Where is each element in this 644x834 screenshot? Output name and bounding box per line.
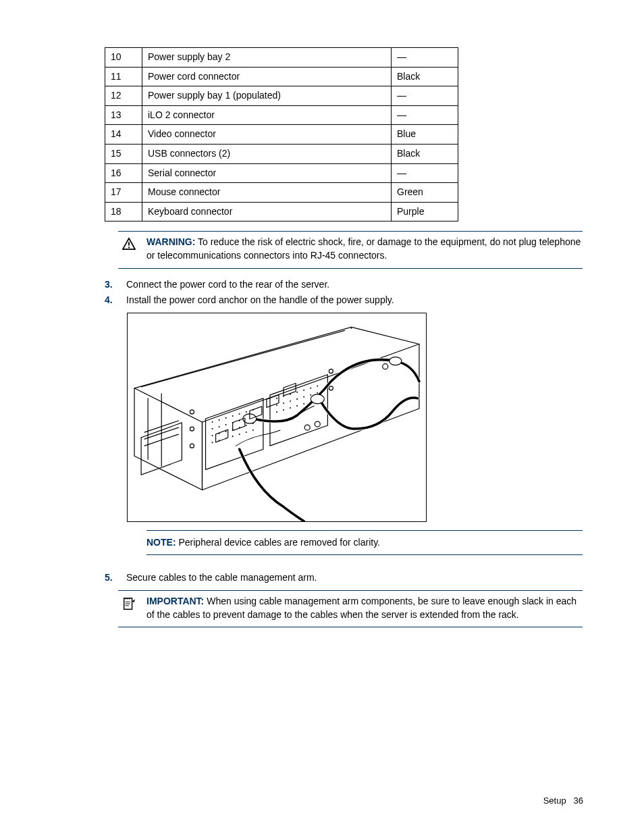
svg-point-70 <box>315 421 320 427</box>
svg-point-37 <box>239 434 240 435</box>
svg-point-14 <box>225 417 227 419</box>
row-color: Black <box>392 144 458 163</box>
step-5: 5. Secure cables to the cable management… <box>105 571 583 585</box>
row-num: 18 <box>105 202 142 221</box>
row-num: 11 <box>105 67 142 86</box>
svg-point-12 <box>212 421 213 423</box>
server-rear-figure <box>127 313 427 522</box>
svg-point-36 <box>232 436 234 437</box>
important-text: When using cable management arm componen… <box>146 596 576 620</box>
connector-table: 10 Power supply bay 2 — 11 Power cord co… <box>105 47 458 221</box>
step-number: 5. <box>105 571 126 585</box>
svg-point-28 <box>225 431 227 432</box>
table-row: 12 Power supply bay 1 (populated) — <box>105 86 458 106</box>
svg-point-43 <box>296 392 298 393</box>
table-row: 10 Power supply bay 2 — <box>105 48 458 68</box>
note-label: NOTE: <box>146 537 176 548</box>
row-num: 15 <box>105 144 142 163</box>
step-3: 3. Connect the power cord to the rear of… <box>105 278 583 292</box>
svg-point-7 <box>190 427 194 431</box>
svg-point-49 <box>290 400 291 402</box>
svg-point-44 <box>303 390 304 391</box>
svg-point-50 <box>296 398 298 400</box>
step-number: 4. <box>105 294 126 307</box>
step-text: Connect the power cord to the rear of th… <box>126 278 583 292</box>
svg-point-10 <box>329 386 333 390</box>
svg-point-9 <box>329 369 333 373</box>
row-desc: Keyboard connector <box>142 202 392 221</box>
row-color: Black <box>392 67 458 86</box>
warning-icon <box>118 236 140 262</box>
row-num: 17 <box>105 183 142 203</box>
table-row: 13 iLO 2 connector — <box>105 105 458 125</box>
svg-point-47 <box>276 405 277 406</box>
svg-point-38 <box>246 432 247 433</box>
svg-point-52 <box>310 394 311 396</box>
row-num: 14 <box>105 125 142 145</box>
table-row: 17 Mouse connector Green <box>105 183 458 203</box>
note-callout: NOTE: Peripheral device cables are remov… <box>146 530 583 556</box>
row-color: Purple <box>392 202 458 221</box>
table-row: 16 Serial connector — <box>105 163 458 183</box>
row-color: — <box>392 163 458 183</box>
row-color: — <box>392 48 458 68</box>
row-num: 10 <box>105 48 142 68</box>
step-text: Secure cables to the cable management ar… <box>126 571 583 585</box>
svg-point-15 <box>232 415 234 417</box>
important-icon <box>118 595 140 621</box>
important-body: IMPORTANT: When using cable management a… <box>140 595 583 621</box>
row-desc: USB connectors (2) <box>142 144 392 163</box>
important-callout: IMPORTANT: When using cable management a… <box>118 590 583 627</box>
warning-body: WARNING: To reduce the risk of electric … <box>140 236 583 262</box>
table-row: 11 Power cord connector Black <box>105 67 458 86</box>
svg-point-26 <box>212 435 213 436</box>
step-number: 3. <box>105 278 126 292</box>
svg-point-13 <box>219 419 220 421</box>
svg-point-69 <box>304 425 310 430</box>
row-desc: iLO 2 connector <box>142 105 392 125</box>
table-row: 18 Keyboard connector Purple <box>105 202 458 221</box>
row-desc: Mouse connector <box>142 183 392 203</box>
svg-point-21 <box>225 424 227 425</box>
row-color: Green <box>392 183 458 203</box>
svg-point-56 <box>290 407 291 409</box>
svg-point-8 <box>190 444 194 448</box>
svg-point-31 <box>246 425 247 426</box>
row-desc: Power cord connector <box>142 67 392 86</box>
note-text: Peripheral device cables are removed for… <box>176 537 380 548</box>
important-label: IMPORTANT: <box>146 596 204 606</box>
svg-point-17 <box>246 411 247 413</box>
svg-point-62 <box>311 394 324 404</box>
svg-point-11 <box>383 363 388 369</box>
svg-point-16 <box>239 413 240 415</box>
step-4: 4. Install the power cord anchor on the … <box>105 294 583 307</box>
step-text: Install the power cord anchor on the han… <box>126 294 583 307</box>
row-desc: Serial connector <box>142 163 392 183</box>
svg-point-20 <box>219 426 220 427</box>
row-desc: Video connector <box>142 125 392 145</box>
row-color: — <box>392 105 458 125</box>
svg-point-40 <box>276 398 277 399</box>
warning-text: To reduce the risk of electric shock, fi… <box>146 236 581 261</box>
table-row: 14 Video connector Blue <box>105 125 458 145</box>
svg-point-53 <box>317 392 318 394</box>
row-color: — <box>392 86 458 106</box>
warning-callout: WARNING: To reduce the risk of electric … <box>118 231 583 268</box>
svg-point-58 <box>303 403 304 405</box>
svg-point-6 <box>190 410 194 414</box>
svg-point-46 <box>317 386 318 387</box>
svg-point-48 <box>283 402 284 404</box>
row-num: 16 <box>105 163 142 183</box>
svg-point-1 <box>128 247 130 249</box>
warning-label: WARNING: <box>146 236 195 247</box>
svg-point-63 <box>390 357 402 365</box>
svg-point-45 <box>310 388 311 389</box>
svg-point-33 <box>212 442 213 443</box>
svg-point-19 <box>212 428 213 429</box>
svg-point-51 <box>303 396 304 398</box>
row-desc: Power supply bay 2 <box>142 48 392 68</box>
row-num: 13 <box>105 105 142 125</box>
svg-point-57 <box>296 405 298 407</box>
row-num: 12 <box>105 86 142 106</box>
svg-point-54 <box>276 411 277 413</box>
